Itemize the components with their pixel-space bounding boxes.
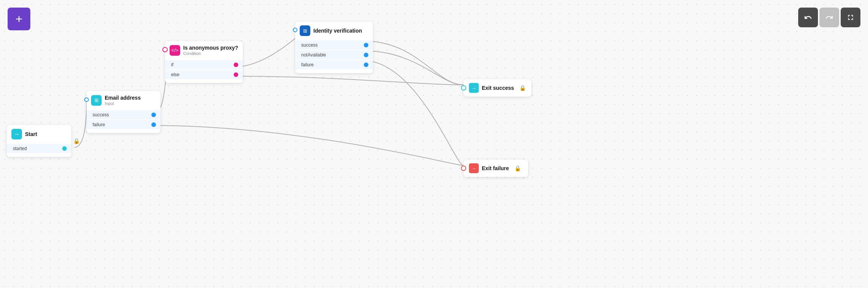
exit-failure-lock: 🔒 xyxy=(514,165,521,171)
exit-success-label: Exit success xyxy=(482,85,514,91)
fullscreen-button[interactable] xyxy=(841,8,860,27)
port-label-else: else xyxy=(171,72,179,77)
port-label-success: success xyxy=(301,42,318,48)
port-dot-email-success xyxy=(151,113,156,117)
exit-failure-input-connector xyxy=(461,166,466,171)
start-node-header: → Start 🔒 xyxy=(7,125,71,142)
proxy-ports: if else xyxy=(165,58,243,83)
proxy-icon: </> xyxy=(170,45,180,56)
email-icon: ⊞ xyxy=(91,95,102,106)
port-label-notavailable: notAvailable xyxy=(301,52,326,58)
email-node: ⊞ Email address Input success failure xyxy=(86,91,160,133)
add-icon: + xyxy=(16,13,23,25)
identity-title-group: Identity verification xyxy=(313,28,362,34)
port-label-if: if xyxy=(171,62,173,67)
identity-port-success: success xyxy=(295,41,373,50)
redo-button[interactable] xyxy=(819,8,839,27)
identity-input-connector xyxy=(293,28,297,32)
proxy-port-if: if xyxy=(165,60,243,69)
port-dot-proxy-if xyxy=(234,63,238,67)
port-label-failure: failure xyxy=(93,122,105,127)
identity-node-header: ⊞ Identity verification xyxy=(295,22,373,38)
identity-node: ⊞ Identity verification success notAvail… xyxy=(295,22,373,73)
connections-canvas xyxy=(0,0,868,288)
start-lock-icon: 🔒 xyxy=(73,138,80,144)
redo-icon xyxy=(825,13,833,22)
email-ports: success failure xyxy=(86,108,160,133)
exit-failure-node: → Exit failure 🔒 xyxy=(464,160,528,177)
proxy-title-group: Is anonymous proxy? Condition xyxy=(183,45,238,56)
undo-button[interactable] xyxy=(798,8,818,27)
proxy-node-header: </> Is anonymous proxy? Condition xyxy=(165,41,243,58)
port-label-failure: failure xyxy=(301,62,314,67)
start-port-started: started xyxy=(7,144,71,153)
port-label-success: success xyxy=(93,112,109,117)
identity-port-notavailable: notAvailable xyxy=(295,50,373,59)
start-title: Start xyxy=(25,131,37,137)
port-dot-identity-notavailable xyxy=(364,53,368,57)
email-port-failure: failure xyxy=(86,120,160,129)
port-dot-proxy-else xyxy=(234,72,238,77)
identity-icon: ⊞ xyxy=(300,25,310,36)
email-input-connector xyxy=(84,97,89,102)
start-node: → Start 🔒 started xyxy=(7,125,71,157)
undo-icon xyxy=(804,13,812,22)
exit-failure-icon: → xyxy=(469,163,479,173)
exit-failure-label: Exit failure xyxy=(482,165,509,171)
exit-success-lock: 🔒 xyxy=(519,85,526,91)
proxy-port-else: else xyxy=(165,70,243,79)
start-ports: started xyxy=(7,142,71,157)
identity-ports: success notAvailable failure xyxy=(295,38,373,73)
email-title-group: Email address Input xyxy=(105,95,141,106)
exit-success-input-connector xyxy=(461,85,466,91)
port-dot-email-failure xyxy=(151,122,156,127)
exit-success-node: → Exit success 🔒 xyxy=(464,79,531,97)
fullscreen-icon xyxy=(846,13,855,22)
port-dot-started xyxy=(62,146,67,151)
start-icon: → xyxy=(11,129,22,139)
email-node-header: ⊞ Email address Input xyxy=(86,91,160,108)
email-port-success: success xyxy=(86,110,160,119)
proxy-input-connector xyxy=(162,47,168,52)
port-dot-identity-success xyxy=(364,43,368,47)
exit-success-icon: → xyxy=(469,83,479,93)
port-dot-identity-failure xyxy=(364,63,368,67)
identity-port-failure: failure xyxy=(295,60,373,69)
port-label-started: started xyxy=(13,146,27,151)
add-button[interactable]: + xyxy=(8,8,30,30)
toolbar xyxy=(798,8,860,27)
proxy-node: </> Is anonymous proxy? Condition if els… xyxy=(165,41,243,83)
